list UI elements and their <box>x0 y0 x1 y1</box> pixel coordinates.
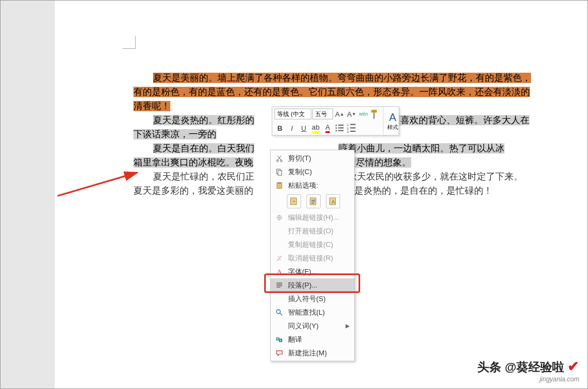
paste-icon <box>274 181 285 190</box>
text-p5a[interactable]: 夏天是多彩的，我爱这美丽的 <box>133 186 253 196</box>
check-icon: ✔ <box>567 358 579 374</box>
cut-icon <box>274 154 285 163</box>
svg-text:3: 3 <box>347 130 349 133</box>
menu-remove-hyperlink[interactable]: 取消超链接(R) <box>271 251 354 265</box>
menu-smart-lookup[interactable]: 智能查找(L) <box>271 305 354 319</box>
bullets-button[interactable] <box>334 123 345 133</box>
styles-button[interactable]: A 样式 <box>383 107 399 135</box>
symbol-icon <box>274 294 285 304</box>
italic-button[interactable]: I <box>286 123 297 133</box>
menu-translate[interactable]: 文A 翻译 <box>271 333 354 346</box>
annotation-arrow <box>57 144 144 199</box>
svg-text:文: 文 <box>277 337 279 340</box>
paste-merge-button[interactable] <box>306 194 321 208</box>
text-p3a[interactable]: 夏天是自在的。白天我们 <box>153 143 254 154</box>
menu-new-comment[interactable]: 新建批注(M) <box>271 346 354 360</box>
text-p3b-part1[interactable]: 哼着小曲儿，一边晒太阳。热了可以从冰 <box>338 143 504 154</box>
svg-point-24 <box>277 309 280 313</box>
sidebar-gray-area <box>1 1 55 388</box>
svg-rect-1 <box>338 125 344 126</box>
translate-icon: 文A <box>274 335 285 345</box>
svg-rect-5 <box>338 130 344 131</box>
bold-button[interactable]: B <box>274 123 285 133</box>
copy-icon <box>274 167 285 177</box>
edit-link-icon <box>274 213 285 222</box>
mini-toolbar: 等线 (中文 五号 A▲ A▼ wén B I U ab A 123 <box>272 106 399 136</box>
open-link-icon <box>274 226 285 236</box>
paste-options-row: A <box>271 192 354 211</box>
menu-copy-hyperlink[interactable]: 复制超链接(C) <box>271 238 354 251</box>
text-p4b[interactable]: 为秋天农民的收获多少，就在这时定了下来。 <box>338 171 523 182</box>
font-icon: A <box>274 267 285 277</box>
menu-font[interactable]: A 字体(F)... <box>271 265 354 278</box>
svg-text:A: A <box>331 199 335 205</box>
text-p3b-part2[interactable]: 箱里拿出爽口的冰棍吃。夜晚 <box>133 157 253 168</box>
selected-text-p1[interactable]: 夏天是美丽的。墙上爬满了各种各样的植物。弯弯曲曲的小路旁边长满了野花，有的是紫色… <box>133 73 531 111</box>
comment-icon <box>274 348 285 358</box>
menu-insert-symbol[interactable]: 插入符号(S) <box>271 292 354 305</box>
format-painter-button[interactable] <box>370 109 381 119</box>
svg-rect-19 <box>310 198 316 205</box>
svg-rect-9 <box>350 127 356 129</box>
watermark: 头条 @葵经验啦 ✔ jingyanla.com <box>477 358 579 383</box>
svg-point-2 <box>336 127 337 129</box>
copy-link-icon <box>274 240 285 250</box>
svg-rect-17 <box>278 182 280 183</box>
remove-link-icon <box>274 253 285 263</box>
svg-rect-15 <box>278 170 282 175</box>
menu-open-hyperlink[interactable]: 打开超链接(O) <box>271 224 354 238</box>
svg-rect-11 <box>350 131 356 132</box>
svg-point-4 <box>336 130 337 132</box>
text-p2a[interactable]: 夏天是炎热的。红彤彤的 <box>153 115 254 125</box>
menu-paste-title: 粘贴选项: <box>271 178 354 192</box>
phonetic-guide-button[interactable]: wén <box>358 109 369 119</box>
shrink-font-button[interactable]: A▼ <box>346 109 357 119</box>
paste-keep-source-button[interactable] <box>287 194 301 208</box>
svg-line-25 <box>280 313 282 315</box>
underline-button[interactable]: U <box>298 123 309 133</box>
svg-line-30 <box>57 173 137 196</box>
svg-text:A: A <box>279 339 281 342</box>
font-family-select[interactable]: 等线 (中文 <box>274 109 311 119</box>
context-menu: 剪切(T) 复制(C) 粘贴选项: A 编辑超链接(H)... 打开超链接(O)… <box>270 150 355 361</box>
text-p4a[interactable]: 夏天是忙碌的，农民们正 <box>153 171 254 182</box>
svg-point-0 <box>336 125 337 126</box>
menu-synonyms[interactable]: 同义词(Y) ▶ <box>271 319 354 333</box>
numbering-button[interactable]: 123 <box>346 123 357 133</box>
font-color-button[interactable]: A <box>322 123 333 133</box>
menu-copy[interactable]: 复制(C) <box>271 165 354 178</box>
highlight-button[interactable]: ab <box>310 123 321 133</box>
svg-rect-3 <box>338 127 344 129</box>
menu-edit-hyperlink[interactable]: 编辑超链接(H)... <box>271 211 354 224</box>
paste-text-only-button[interactable]: A <box>326 194 340 208</box>
svg-rect-7 <box>350 124 356 125</box>
grow-font-button[interactable]: A▲ <box>334 109 345 119</box>
search-icon <box>274 308 285 317</box>
paragraph-icon <box>274 280 285 290</box>
menu-cut[interactable]: 剪切(T) <box>271 151 354 165</box>
submenu-arrow-icon: ▶ <box>346 323 350 329</box>
menu-paragraph[interactable]: 段落(P)... <box>271 278 354 292</box>
synonyms-icon <box>274 321 285 331</box>
margin-corner-top-left <box>123 36 136 49</box>
font-size-select[interactable]: 五号 <box>312 109 333 119</box>
